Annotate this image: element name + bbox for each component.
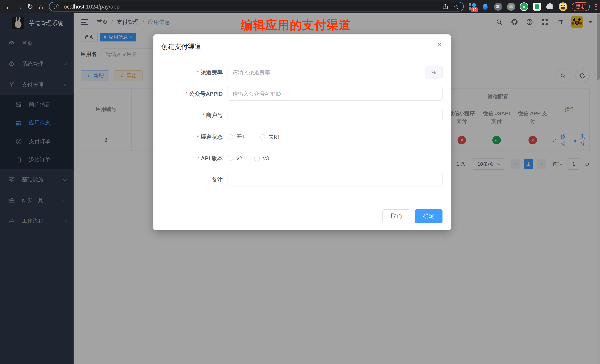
radio-icon: [254, 155, 260, 161]
browser-back-button[interactable]: ←: [3, 1, 14, 12]
url-path: :1024/pay/app: [84, 3, 120, 10]
browser-home-button[interactable]: ⌂: [36, 1, 46, 12]
share-icon[interactable]: [442, 3, 449, 10]
appid-label: 公众号APPID: [189, 91, 223, 97]
remark-input[interactable]: [227, 173, 442, 186]
cancel-button[interactable]: 取消: [383, 209, 410, 223]
radio-status-enable[interactable]: 开启: [227, 133, 248, 141]
browser-reload-button[interactable]: ↻: [25, 1, 36, 12]
extension-badge: 10: [471, 7, 478, 12]
form-row-rate: *渠道费率 %: [153, 66, 451, 79]
browser-chrome: ← → ↻ ⌂ i localhost:1024/pay/app ☆ 10 ⌘ …: [0, 0, 600, 13]
site-info-icon[interactable]: i: [54, 4, 59, 9]
browser-update-button[interactable]: 更新: [572, 2, 590, 11]
radio-icon: [227, 134, 233, 140]
balloon-extension-icon[interactable]: [481, 2, 489, 11]
kanban-extension-icon[interactable]: 10: [468, 2, 476, 11]
y-extension-icon[interactable]: y: [520, 2, 528, 11]
rate-input[interactable]: [227, 66, 425, 79]
app-viewport: 芋道管理系统 首页 ⚙ 系统管理 ¥ 支付管理 商户信息: [0, 13, 600, 364]
form-row-api-version: *API 版本 v2 v3: [153, 152, 451, 165]
command-extension-icon[interactable]: ⌘: [494, 2, 502, 11]
screen: ← → ↻ ⌂ i localhost:1024/pay/app ☆ 10 ⌘ …: [0, 0, 600, 364]
mchid-label: 商户号: [206, 112, 223, 118]
create-pay-channel-dialog: 创建支付渠道 × *渠道费率 % *公众号APPID: [153, 35, 451, 230]
radio-icon: [227, 155, 233, 161]
dialog-title: 创建支付渠道: [161, 42, 201, 51]
confirm-button[interactable]: 确定: [415, 209, 442, 223]
url-host: localhost: [62, 3, 84, 10]
form-row-status: *渠道状态 开启 关闭: [153, 130, 451, 144]
remark-label: 备注: [212, 177, 223, 183]
radio-icon: [259, 134, 265, 140]
radio-api-v2[interactable]: v2: [227, 155, 242, 162]
browser-forward-button[interactable]: →: [14, 1, 25, 12]
mchid-input[interactable]: [227, 109, 442, 122]
rate-label: 渠道费率: [200, 69, 223, 75]
profile-avatar-icon[interactable]: [559, 2, 567, 11]
form-row-mchid: *商户号: [153, 109, 451, 122]
form-row-remark: 备注: [153, 173, 451, 186]
extension-toolbar: 10 ⌘ y 更新: [468, 2, 597, 11]
radio-api-v3[interactable]: v3: [254, 155, 269, 162]
status-label: 渠道状态: [200, 134, 223, 140]
form-row-appid: *公众号APPID: [153, 87, 451, 100]
radio-status-disable[interactable]: 关闭: [259, 133, 280, 141]
percent-suffix: %: [425, 66, 442, 79]
dialog-form: *渠道费率 % *公众号APPID *商户号: [153, 66, 451, 195]
puzzle-extensions-icon[interactable]: [546, 2, 554, 11]
dot-extension-icon[interactable]: [507, 2, 515, 11]
close-icon[interactable]: ×: [435, 40, 444, 49]
address-bar[interactable]: i localhost:1024/pay/app ☆: [49, 2, 464, 11]
browser-menu-icon[interactable]: [595, 4, 597, 10]
appid-input[interactable]: [227, 87, 442, 100]
url-text: localhost:1024/pay/app: [62, 3, 442, 10]
annotation-text: 编辑应用的支付渠道: [241, 17, 351, 33]
bookmark-star-icon[interactable]: ☆: [453, 3, 459, 10]
chat-extension-icon[interactable]: [533, 2, 541, 11]
api-version-label: API 版本: [201, 155, 223, 161]
